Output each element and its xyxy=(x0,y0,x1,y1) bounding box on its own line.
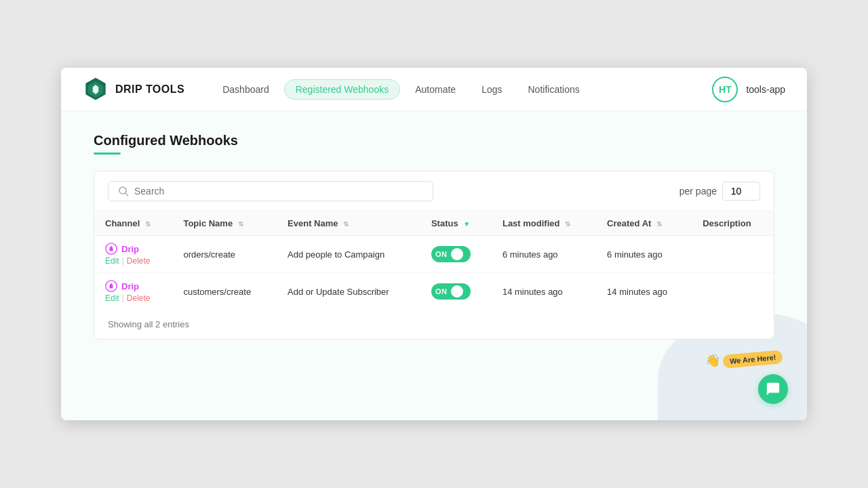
cell-channel-1: Drip Edit | Delete xyxy=(94,273,172,310)
cell-created-0: 6 minutes ago xyxy=(596,236,692,273)
col-created-at: Created At ⇅ xyxy=(596,211,692,236)
navbar: DRIP TOOLS Dashboard Registered Webhooks… xyxy=(61,68,807,111)
svg-line-1 xyxy=(125,193,128,196)
cell-status-1: ON xyxy=(420,273,492,310)
cell-created-1: 14 minutes ago xyxy=(596,273,692,310)
cell-channel-0: Drip Edit | Delete xyxy=(94,236,172,273)
app-name-label: tools-app xyxy=(746,84,785,95)
col-channel: Channel ⇅ xyxy=(94,211,172,236)
toggle-label-1: ON xyxy=(435,287,448,296)
chat-widget: 👋 We Are Here! xyxy=(705,352,788,404)
nav-automate[interactable]: Automate xyxy=(404,80,467,99)
main-content: Configured Webhooks per page xyxy=(61,111,807,420)
sort-modified-icon[interactable]: ⇅ xyxy=(565,220,570,228)
col-status: Status ▼ xyxy=(420,211,492,236)
we-are-here-label: We Are Here! xyxy=(722,350,783,369)
per-page-area: per page xyxy=(679,182,760,201)
channel-name-0: Drip xyxy=(121,244,139,254)
webhooks-table-container: per page Channel ⇅ Topic Name ⇅ xyxy=(94,171,774,340)
search-icon xyxy=(118,186,129,197)
nav-registered-webhooks[interactable]: Registered Webhooks xyxy=(284,79,400,100)
col-topic-name: Topic Name ⇅ xyxy=(172,211,277,236)
drip-channel-icon xyxy=(105,280,117,292)
sort-channel-icon[interactable]: ⇅ xyxy=(145,220,151,228)
sort-status-icon[interactable]: ▼ xyxy=(463,220,470,228)
table-toolbar: per page xyxy=(94,171,774,211)
cell-modified-1: 14 minutes ago xyxy=(492,273,596,310)
sort-event-icon[interactable]: ⇅ xyxy=(343,220,349,228)
cell-description-0 xyxy=(692,236,774,273)
cell-modified-0: 6 minutes ago xyxy=(492,236,596,273)
search-input[interactable] xyxy=(134,186,423,197)
search-box[interactable] xyxy=(108,181,433,201)
col-last-modified: Last modified ⇅ xyxy=(492,211,596,236)
browser-window: DRIP TOOLS Dashboard Registered Webhooks… xyxy=(61,68,807,420)
cell-description-1 xyxy=(692,273,774,310)
delete-link-1[interactable]: Delete xyxy=(127,293,151,303)
title-underline xyxy=(94,152,121,155)
nav-notifications[interactable]: Notifications xyxy=(517,80,590,99)
logo-icon xyxy=(83,77,108,102)
webhooks-table: Channel ⇅ Topic Name ⇅ Event Name ⇅ St xyxy=(94,211,774,310)
cell-event-0: Add people to Campaign xyxy=(277,236,420,273)
page-title: Configured Webhooks xyxy=(94,133,774,148)
avatar[interactable]: HT xyxy=(712,77,738,102)
sort-topic-icon[interactable]: ⇅ xyxy=(238,220,243,228)
sep-0: | xyxy=(122,256,124,266)
delete-link-0[interactable]: Delete xyxy=(127,256,151,266)
col-event-name: Event Name ⇅ xyxy=(277,211,420,236)
chat-icon xyxy=(766,382,781,396)
nav-right: HT tools-app xyxy=(712,77,785,102)
toggle-knob-1 xyxy=(451,285,463,298)
cell-status-0: ON xyxy=(420,236,492,273)
cell-topic-0: orders/create xyxy=(172,236,277,273)
hand-emoji: 👋 xyxy=(705,353,720,368)
channel-name-1: Drip xyxy=(121,281,139,291)
table-row: Drip Edit | Delete orders/create Add peo… xyxy=(94,236,774,273)
nav-links: Dashboard Registered Webhooks Automate L… xyxy=(212,79,712,100)
col-description: Description xyxy=(692,211,774,236)
logo-text: DRIP TOOLS xyxy=(115,83,184,96)
table-row: Drip Edit | Delete customers/create Add … xyxy=(94,273,774,310)
cell-event-1: Add or Update Subscriber xyxy=(277,273,420,310)
sep-1: | xyxy=(122,293,124,303)
per-page-label: per page xyxy=(679,186,717,197)
sort-created-icon[interactable]: ⇅ xyxy=(656,220,662,228)
edit-link-0[interactable]: Edit xyxy=(105,256,119,266)
status-toggle-0[interactable]: ON xyxy=(431,246,471,262)
toggle-label-0: ON xyxy=(435,250,448,258)
per-page-input[interactable] xyxy=(722,182,760,201)
table-header-row: Channel ⇅ Topic Name ⇅ Event Name ⇅ St xyxy=(94,211,774,236)
edit-link-1[interactable]: Edit xyxy=(105,293,119,303)
nav-dashboard[interactable]: Dashboard xyxy=(212,80,280,99)
toggle-knob-0 xyxy=(451,248,463,260)
showing-text: Showing all 2 entries xyxy=(94,310,774,339)
nav-logs[interactable]: Logs xyxy=(471,80,513,99)
logo-area: DRIP TOOLS xyxy=(83,77,184,102)
drip-channel-icon xyxy=(105,243,117,255)
cell-topic-1: customers/create xyxy=(172,273,277,310)
status-toggle-1[interactable]: ON xyxy=(431,283,471,300)
chat-open-button[interactable] xyxy=(758,374,788,404)
